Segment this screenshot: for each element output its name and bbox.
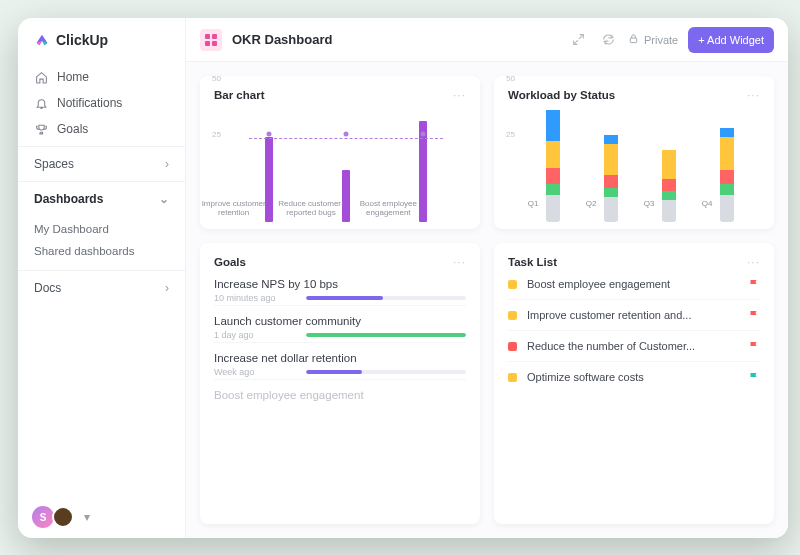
stack-category-label: Q2 (571, 199, 611, 217)
widget-menu-icon[interactable]: ··· (453, 88, 466, 102)
task-title: Boost employee engagement (527, 278, 670, 290)
chevron-right-icon: › (165, 281, 169, 295)
stack-category-label: Q1 (513, 199, 553, 217)
primary-nav: Home Notifications Goals (18, 60, 185, 146)
widget-title: Goals (214, 256, 246, 268)
widget-title: Bar chart (214, 89, 265, 101)
widget-workload: Workload by Status ··· 2550Q1Q2Q3Q4 (494, 76, 774, 229)
goal-row[interactable]: Increase net dollar retentionWeek ago (214, 343, 466, 380)
flag-icon[interactable] (748, 340, 760, 352)
section-docs-label: Docs (34, 281, 61, 295)
svg-rect-4 (630, 38, 636, 43)
section-dashboards-toggle[interactable]: Dashboards ⌄ (18, 182, 185, 216)
sidebar: ClickUp Home Notifications Goals Spaces … (18, 18, 186, 538)
task-row[interactable]: Reduce the number of Customer... (508, 331, 760, 362)
task-row[interactable]: Optimize software costs (508, 362, 760, 392)
task-list: Boost employee engagementImprove custome… (508, 269, 760, 392)
section-spaces-label: Spaces (34, 157, 74, 171)
nav-home[interactable]: Home (18, 64, 185, 90)
goal-timestamp: Week ago (214, 367, 296, 377)
nav-home-label: Home (57, 70, 89, 84)
dashboard-icon (200, 29, 222, 51)
topbar: OKR Dashboard Private + Add Widget (186, 18, 788, 62)
dashboards-sublist: My Dashboard Shared dashboards (18, 216, 185, 270)
section-docs: Docs › (18, 270, 185, 305)
goal-timestamp: 1 day ago (214, 330, 296, 340)
section-spaces-toggle[interactable]: Spaces › (18, 147, 185, 181)
refresh-icon[interactable] (598, 30, 618, 50)
bar-chart-plot: 2550Improve customer retentionReduce cus… (214, 108, 466, 219)
widget-task-list: Task List ··· Boost employee engagementI… (494, 243, 774, 524)
svg-rect-2 (205, 41, 210, 46)
main: OKR Dashboard Private + Add Widget Bar c… (186, 18, 788, 538)
task-title: Improve customer retention and... (527, 309, 691, 321)
brand-name: ClickUp (56, 32, 108, 48)
add-widget-button[interactable]: + Add Widget (688, 27, 774, 53)
goal-progress-bar (306, 296, 466, 300)
svg-rect-3 (212, 41, 217, 46)
visibility-private[interactable]: Private (628, 33, 678, 46)
trophy-icon (34, 123, 48, 136)
clickup-logo-icon (34, 32, 50, 48)
caret-down-icon[interactable]: ▾ (84, 510, 90, 524)
lock-icon (628, 33, 639, 46)
goal-title: Increase NPS by 10 bps (214, 278, 466, 290)
bar-category-label: Boost employee engagement (353, 199, 423, 217)
home-icon (34, 71, 48, 84)
task-status-icon (508, 373, 517, 382)
page-title: OKR Dashboard (232, 32, 332, 47)
goals-list: Increase NPS by 10 bps10 minutes agoLaun… (214, 269, 466, 403)
section-dashboards: Dashboards ⌄ My Dashboard Shared dashboa… (18, 181, 185, 270)
task-row[interactable]: Boost employee engagement (508, 269, 760, 300)
nav-notifications-label: Notifications (57, 96, 122, 110)
bell-icon (34, 97, 48, 110)
goal-title: Launch customer community (214, 315, 466, 327)
sidebar-item-my-dashboard[interactable]: My Dashboard (18, 218, 185, 240)
widget-menu-icon[interactable]: ··· (747, 88, 760, 102)
widget-title: Task List (508, 256, 557, 268)
task-row[interactable]: Improve customer retention and... (508, 300, 760, 331)
nav-notifications[interactable]: Notifications (18, 90, 185, 116)
expand-icon[interactable] (568, 30, 588, 50)
chevron-right-icon: › (165, 157, 169, 171)
task-title: Reduce the number of Customer... (527, 340, 695, 352)
app-window: ClickUp Home Notifications Goals Spaces … (18, 18, 788, 538)
widget-goals: Goals ··· Increase NPS by 10 bps10 minut… (200, 243, 480, 524)
bar-category-label: Improve customer retention (199, 199, 269, 217)
goal-row[interactable]: Increase NPS by 10 bps10 minutes ago (214, 269, 466, 306)
svg-rect-1 (212, 34, 217, 39)
widget-menu-icon[interactable]: ··· (453, 255, 466, 269)
goal-row[interactable]: Launch customer community1 day ago (214, 306, 466, 343)
flag-icon[interactable] (748, 371, 760, 383)
dashboard-grid: Bar chart ··· 2550Improve customer reten… (186, 62, 788, 538)
section-docs-toggle[interactable]: Docs › (18, 271, 185, 305)
goal-progress-bar (306, 370, 466, 374)
stack-category-label: Q4 (687, 199, 727, 217)
workload-chart-plot: 2550Q1Q2Q3Q4 (508, 108, 760, 219)
task-status-icon (508, 311, 517, 320)
task-status-icon (508, 342, 517, 351)
flag-icon[interactable] (748, 309, 760, 321)
bar-category-label: Reduce customer-reported bugs (276, 199, 346, 217)
nav-goals-label: Goals (57, 122, 88, 136)
flag-icon[interactable] (748, 278, 760, 290)
sidebar-footer: S ▾ (18, 496, 185, 538)
goal-timestamp: 10 minutes ago (214, 293, 296, 303)
task-status-icon (508, 280, 517, 289)
goal-title: Increase net dollar retention (214, 352, 466, 364)
section-spaces: Spaces › (18, 146, 185, 181)
chevron-down-icon: ⌄ (159, 192, 169, 206)
visibility-label: Private (644, 34, 678, 46)
goal-title: Boost employee engagement (214, 389, 466, 401)
sidebar-item-shared-dashboards[interactable]: Shared dashboards (18, 240, 185, 262)
goal-row[interactable]: Boost employee engagement (214, 380, 466, 403)
widget-menu-icon[interactable]: ··· (747, 255, 760, 269)
nav-goals[interactable]: Goals (18, 116, 185, 142)
task-title: Optimize software costs (527, 371, 644, 383)
avatar-user-2[interactable] (52, 506, 74, 528)
svg-rect-0 (205, 34, 210, 39)
avatar-user-1[interactable]: S (32, 506, 54, 528)
goal-progress-bar (306, 333, 466, 337)
brand: ClickUp (18, 18, 185, 60)
widget-title: Workload by Status (508, 89, 615, 101)
